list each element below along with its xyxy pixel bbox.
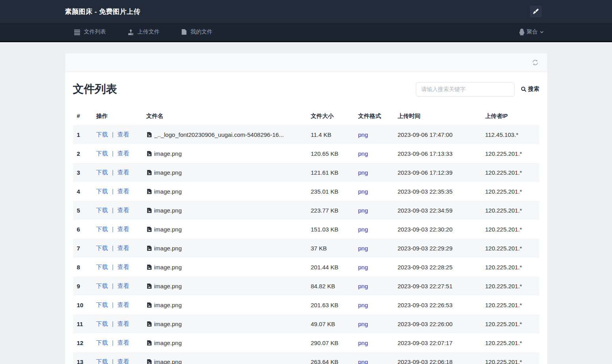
view-link[interactable]: 查看 bbox=[118, 301, 129, 308]
row-upload-time: 2023-09-03 22:06:18 bbox=[394, 352, 481, 364]
view-link[interactable]: 查看 bbox=[118, 131, 129, 138]
format-link[interactable]: png bbox=[358, 340, 368, 346]
row-actions: 下载 | 查看 bbox=[92, 125, 142, 144]
format-link[interactable]: png bbox=[358, 245, 368, 252]
download-link[interactable]: 下载 bbox=[96, 207, 108, 213]
header-actions: 操作 bbox=[92, 107, 142, 125]
download-link[interactable]: 下载 bbox=[96, 320, 108, 327]
download-link[interactable]: 下载 bbox=[96, 339, 108, 346]
download-link[interactable]: 下载 bbox=[96, 301, 108, 308]
row-upload-time: 2023-09-03 22:35:35 bbox=[394, 182, 481, 201]
magnifier-icon bbox=[521, 86, 526, 92]
filename-text: image.png bbox=[154, 226, 182, 233]
row-size: 223.77 KB bbox=[307, 201, 354, 220]
view-link[interactable]: 查看 bbox=[118, 150, 129, 157]
row-index: 4 bbox=[73, 182, 92, 201]
image-file-icon bbox=[146, 264, 152, 270]
filename-text: image.png bbox=[154, 264, 182, 271]
list-icon bbox=[74, 29, 80, 35]
row-uploader-ip: 120.225.201.* bbox=[481, 220, 539, 239]
row-upload-time: 2023-09-03 22:07:17 bbox=[394, 333, 481, 352]
row-upload-time: 2023-09-03 22:26:00 bbox=[394, 314, 481, 333]
top-navbar: 素颜图床 - 免费图片上传 bbox=[0, 0, 612, 23]
view-link[interactable]: 查看 bbox=[118, 169, 129, 175]
action-separator: | bbox=[110, 339, 115, 346]
row-index: 5 bbox=[73, 201, 92, 220]
row-uploader-ip: 120.225.201.* bbox=[481, 352, 539, 364]
row-actions: 下载 | 查看 bbox=[92, 314, 142, 333]
row-uploader-ip: 120.225.201.* bbox=[481, 201, 539, 220]
filename-text: image.png bbox=[154, 207, 182, 214]
image-file-icon bbox=[146, 321, 152, 327]
row-format: png bbox=[354, 352, 394, 364]
image-file-icon bbox=[146, 207, 152, 213]
view-link[interactable]: 查看 bbox=[118, 207, 129, 213]
format-link[interactable]: png bbox=[358, 207, 368, 214]
view-link[interactable]: 查看 bbox=[118, 320, 129, 327]
image-file-icon bbox=[146, 170, 152, 175]
row-filename: image.png bbox=[142, 352, 307, 364]
filename-text: image.png bbox=[154, 169, 182, 176]
image-file-icon bbox=[146, 189, 152, 194]
format-link[interactable]: png bbox=[358, 264, 368, 271]
view-link[interactable]: 查看 bbox=[118, 245, 129, 251]
row-upload-time: 2023-09-03 22:34:59 bbox=[394, 201, 481, 220]
format-link[interactable]: png bbox=[358, 131, 368, 138]
format-link[interactable]: png bbox=[358, 150, 368, 157]
format-link[interactable]: png bbox=[358, 226, 368, 233]
table-row: 9 下载 | 查看 image.png 84.82 KB png 2023-09… bbox=[73, 276, 539, 295]
table-row: 6 下载 | 查看 image.png 151.03 KB png 2023-0… bbox=[73, 220, 539, 239]
view-link[interactable]: 查看 bbox=[118, 226, 129, 232]
view-link[interactable]: 查看 bbox=[118, 282, 129, 289]
secondary-navbar: 文件列表 上传文件 我的文件 bbox=[0, 23, 612, 42]
row-upload-time: 2023-09-03 22:27:51 bbox=[394, 276, 481, 295]
row-filename: image.png bbox=[142, 163, 307, 182]
table-row: 1 下载 | 查看 _.._logo_font20230906_uugai.co… bbox=[73, 125, 539, 144]
action-separator: | bbox=[110, 245, 115, 251]
row-format: png bbox=[354, 220, 394, 239]
menu-item-file-list[interactable]: 文件列表 bbox=[74, 28, 106, 35]
filename-text: image.png bbox=[154, 321, 182, 327]
format-link[interactable]: png bbox=[358, 283, 368, 289]
table-row: 2 下载 | 查看 image.png 120.65 KB png 2023-0… bbox=[73, 144, 539, 163]
view-link[interactable]: 查看 bbox=[118, 188, 129, 194]
download-link[interactable]: 下载 bbox=[96, 226, 108, 232]
user-menu[interactable]: 聚合 bbox=[518, 28, 547, 35]
download-link[interactable]: 下载 bbox=[96, 245, 108, 251]
row-size: 151.03 KB bbox=[307, 220, 354, 239]
row-index: 2 bbox=[73, 144, 92, 163]
view-link[interactable]: 查看 bbox=[118, 358, 129, 364]
download-link[interactable]: 下载 bbox=[96, 188, 108, 194]
row-uploader-ip: 120.225.201.* bbox=[481, 258, 539, 276]
search-input[interactable] bbox=[416, 82, 515, 97]
format-link[interactable]: png bbox=[358, 358, 368, 364]
filename-text: image.png bbox=[154, 358, 182, 364]
row-format: png bbox=[354, 333, 394, 352]
view-link[interactable]: 查看 bbox=[118, 339, 129, 346]
row-filename: image.png bbox=[142, 295, 307, 314]
theme-brush-button[interactable] bbox=[530, 6, 542, 17]
row-index: 3 bbox=[73, 163, 92, 182]
table-row: 7 下载 | 查看 image.png 37 KB png 2023-09-03… bbox=[73, 239, 539, 258]
refresh-button[interactable] bbox=[532, 59, 539, 66]
search-button[interactable]: 搜索 bbox=[521, 86, 539, 93]
download-link[interactable]: 下载 bbox=[96, 131, 108, 138]
view-link[interactable]: 查看 bbox=[118, 263, 129, 270]
download-link[interactable]: 下载 bbox=[96, 150, 108, 157]
row-index: 11 bbox=[73, 314, 92, 333]
row-actions: 下载 | 查看 bbox=[92, 182, 142, 201]
download-link[interactable]: 下载 bbox=[96, 169, 108, 175]
format-link[interactable]: png bbox=[358, 188, 368, 195]
format-link[interactable]: png bbox=[358, 302, 368, 308]
menu-item-upload[interactable]: 上传文件 bbox=[127, 28, 160, 35]
row-format: png bbox=[354, 314, 394, 333]
row-upload-time: 2023-09-03 22:29:29 bbox=[394, 239, 481, 258]
search-button-label: 搜索 bbox=[528, 86, 539, 93]
format-link[interactable]: png bbox=[358, 321, 368, 327]
format-link[interactable]: png bbox=[358, 169, 368, 176]
file-icon bbox=[181, 29, 187, 35]
menu-item-my-files[interactable]: 我的文件 bbox=[181, 28, 213, 35]
download-link[interactable]: 下载 bbox=[96, 358, 108, 364]
download-link[interactable]: 下载 bbox=[96, 263, 108, 270]
download-link[interactable]: 下载 bbox=[96, 282, 108, 289]
